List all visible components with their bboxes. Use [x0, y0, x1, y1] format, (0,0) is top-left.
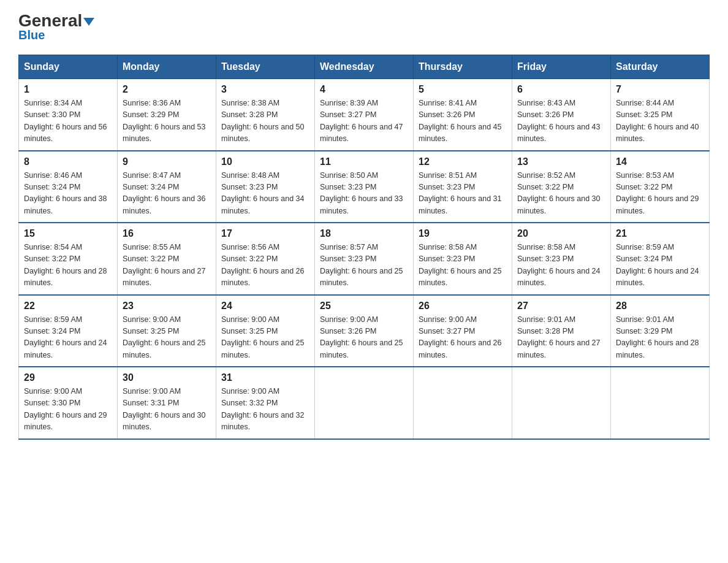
header-wednesday: Wednesday — [315, 55, 414, 79]
header-tuesday: Tuesday — [216, 55, 315, 79]
calendar-cell: 22Sunrise: 8:59 AMSunset: 3:24 PMDayligh… — [19, 295, 118, 367]
day-info: Sunrise: 8:44 AMSunset: 3:25 PMDaylight:… — [616, 98, 704, 145]
calendar-week-row: 1Sunrise: 8:34 AMSunset: 3:30 PMDaylight… — [19, 79, 710, 151]
day-info: Sunrise: 8:58 AMSunset: 3:23 PMDaylight:… — [419, 242, 507, 289]
day-info: Sunrise: 9:01 AMSunset: 3:28 PMDaylight:… — [517, 314, 605, 362]
day-number: 7 — [616, 84, 704, 95]
day-number: 25 — [320, 301, 408, 312]
logo-blue: Blue — [18, 28, 45, 42]
day-number: 23 — [123, 301, 211, 312]
day-number: 2 — [123, 84, 211, 95]
day-info: Sunrise: 8:58 AMSunset: 3:23 PMDaylight:… — [517, 242, 605, 289]
day-number: 30 — [123, 372, 211, 383]
day-info: Sunrise: 9:00 AMSunset: 3:32 PMDaylight:… — [221, 386, 309, 434]
calendar-cell: 17Sunrise: 8:56 AMSunset: 3:22 PMDayligh… — [216, 223, 315, 295]
day-info: Sunrise: 9:00 AMSunset: 3:27 PMDaylight:… — [419, 314, 507, 362]
calendar-week-row: 8Sunrise: 8:46 AMSunset: 3:24 PMDaylight… — [19, 151, 710, 223]
calendar-cell — [611, 367, 710, 439]
day-number: 15 — [24, 228, 112, 239]
header-thursday: Thursday — [414, 55, 512, 79]
calendar-cell: 30Sunrise: 9:00 AMSunset: 3:31 PMDayligh… — [118, 367, 216, 439]
calendar-cell: 1Sunrise: 8:34 AMSunset: 3:30 PMDaylight… — [19, 79, 118, 151]
calendar-cell: 21Sunrise: 8:59 AMSunset: 3:24 PMDayligh… — [611, 223, 710, 295]
calendar-cell: 28Sunrise: 9:01 AMSunset: 3:29 PMDayligh… — [611, 295, 710, 367]
calendar-header-row: SundayMondayTuesdayWednesdayThursdayFrid… — [19, 55, 710, 79]
day-info: Sunrise: 8:53 AMSunset: 3:22 PMDaylight:… — [616, 170, 704, 218]
day-number: 9 — [123, 156, 211, 167]
day-number: 3 — [221, 84, 309, 95]
day-info: Sunrise: 9:01 AMSunset: 3:29 PMDaylight:… — [616, 314, 704, 362]
day-info: Sunrise: 8:56 AMSunset: 3:22 PMDaylight:… — [221, 242, 309, 289]
day-info: Sunrise: 9:00 AMSunset: 3:26 PMDaylight:… — [320, 314, 408, 362]
calendar-cell: 7Sunrise: 8:44 AMSunset: 3:25 PMDaylight… — [611, 79, 710, 151]
day-info: Sunrise: 8:59 AMSunset: 3:24 PMDaylight:… — [24, 314, 112, 362]
day-number: 8 — [24, 156, 112, 167]
calendar-cell: 2Sunrise: 8:36 AMSunset: 3:29 PMDaylight… — [118, 79, 216, 151]
day-info: Sunrise: 8:39 AMSunset: 3:27 PMDaylight:… — [320, 98, 408, 145]
calendar-week-row: 15Sunrise: 8:54 AMSunset: 3:22 PMDayligh… — [19, 223, 710, 295]
day-info: Sunrise: 9:00 AMSunset: 3:25 PMDaylight:… — [123, 314, 211, 362]
calendar-cell: 26Sunrise: 9:00 AMSunset: 3:27 PMDayligh… — [414, 295, 512, 367]
page-header: General Blue — [18, 12, 710, 42]
day-info: Sunrise: 8:38 AMSunset: 3:28 PMDaylight:… — [221, 98, 309, 145]
calendar-cell — [512, 367, 611, 439]
day-info: Sunrise: 8:51 AMSunset: 3:23 PMDaylight:… — [419, 170, 507, 218]
calendar-cell: 13Sunrise: 8:52 AMSunset: 3:22 PMDayligh… — [512, 151, 611, 223]
calendar-cell — [315, 367, 414, 439]
day-info: Sunrise: 8:50 AMSunset: 3:23 PMDaylight:… — [320, 170, 408, 218]
calendar-cell: 27Sunrise: 9:01 AMSunset: 3:28 PMDayligh… — [512, 295, 611, 367]
day-number: 22 — [24, 301, 112, 312]
day-number: 16 — [123, 228, 211, 239]
calendar-cell: 5Sunrise: 8:41 AMSunset: 3:26 PMDaylight… — [414, 79, 512, 151]
day-info: Sunrise: 8:57 AMSunset: 3:23 PMDaylight:… — [320, 242, 408, 289]
calendar-cell: 19Sunrise: 8:58 AMSunset: 3:23 PMDayligh… — [414, 223, 512, 295]
calendar-cell: 9Sunrise: 8:47 AMSunset: 3:24 PMDaylight… — [118, 151, 216, 223]
day-info: Sunrise: 8:34 AMSunset: 3:30 PMDaylight:… — [24, 98, 112, 145]
day-info: Sunrise: 8:46 AMSunset: 3:24 PMDaylight:… — [24, 170, 112, 218]
day-info: Sunrise: 8:54 AMSunset: 3:22 PMDaylight:… — [24, 242, 112, 289]
day-number: 5 — [419, 84, 507, 95]
day-info: Sunrise: 8:41 AMSunset: 3:26 PMDaylight:… — [419, 98, 507, 145]
calendar-cell: 25Sunrise: 9:00 AMSunset: 3:26 PMDayligh… — [315, 295, 414, 367]
day-info: Sunrise: 8:47 AMSunset: 3:24 PMDaylight:… — [123, 170, 211, 218]
day-info: Sunrise: 8:43 AMSunset: 3:26 PMDaylight:… — [517, 98, 605, 145]
calendar-cell: 16Sunrise: 8:55 AMSunset: 3:22 PMDayligh… — [118, 223, 216, 295]
calendar-week-row: 29Sunrise: 9:00 AMSunset: 3:30 PMDayligh… — [19, 367, 710, 439]
calendar-table: SundayMondayTuesdayWednesdayThursdayFrid… — [18, 55, 710, 440]
header-saturday: Saturday — [611, 55, 710, 79]
day-number: 18 — [320, 228, 408, 239]
day-number: 29 — [24, 372, 112, 383]
header-friday: Friday — [512, 55, 611, 79]
calendar-cell: 12Sunrise: 8:51 AMSunset: 3:23 PMDayligh… — [414, 151, 512, 223]
calendar-cell: 24Sunrise: 9:00 AMSunset: 3:25 PMDayligh… — [216, 295, 315, 367]
day-number: 4 — [320, 84, 408, 95]
calendar-cell — [414, 367, 512, 439]
day-number: 17 — [221, 228, 309, 239]
day-number: 19 — [419, 228, 507, 239]
day-number: 21 — [616, 228, 704, 239]
calendar-cell: 31Sunrise: 9:00 AMSunset: 3:32 PMDayligh… — [216, 367, 315, 439]
day-info: Sunrise: 8:52 AMSunset: 3:22 PMDaylight:… — [517, 170, 605, 218]
day-number: 12 — [419, 156, 507, 167]
header-sunday: Sunday — [19, 55, 118, 79]
calendar-week-row: 22Sunrise: 8:59 AMSunset: 3:24 PMDayligh… — [19, 295, 710, 367]
calendar-cell: 23Sunrise: 9:00 AMSunset: 3:25 PMDayligh… — [118, 295, 216, 367]
day-number: 13 — [517, 156, 605, 167]
day-info: Sunrise: 8:36 AMSunset: 3:29 PMDaylight:… — [123, 98, 211, 145]
day-number: 6 — [517, 84, 605, 95]
calendar-cell: 6Sunrise: 8:43 AMSunset: 3:26 PMDaylight… — [512, 79, 611, 151]
day-number: 1 — [24, 84, 112, 95]
day-number: 27 — [517, 301, 605, 312]
logo-general: General — [18, 12, 94, 29]
day-number: 26 — [419, 301, 507, 312]
calendar-cell: 18Sunrise: 8:57 AMSunset: 3:23 PMDayligh… — [315, 223, 414, 295]
day-number: 11 — [320, 156, 408, 167]
calendar-cell: 14Sunrise: 8:53 AMSunset: 3:22 PMDayligh… — [611, 151, 710, 223]
day-info: Sunrise: 9:00 AMSunset: 3:25 PMDaylight:… — [221, 314, 309, 362]
day-number: 10 — [221, 156, 309, 167]
calendar-cell: 3Sunrise: 8:38 AMSunset: 3:28 PMDaylight… — [216, 79, 315, 151]
day-number: 14 — [616, 156, 704, 167]
day-info: Sunrise: 8:59 AMSunset: 3:24 PMDaylight:… — [616, 242, 704, 289]
calendar-cell: 29Sunrise: 9:00 AMSunset: 3:30 PMDayligh… — [19, 367, 118, 439]
calendar-cell: 8Sunrise: 8:46 AMSunset: 3:24 PMDaylight… — [19, 151, 118, 223]
